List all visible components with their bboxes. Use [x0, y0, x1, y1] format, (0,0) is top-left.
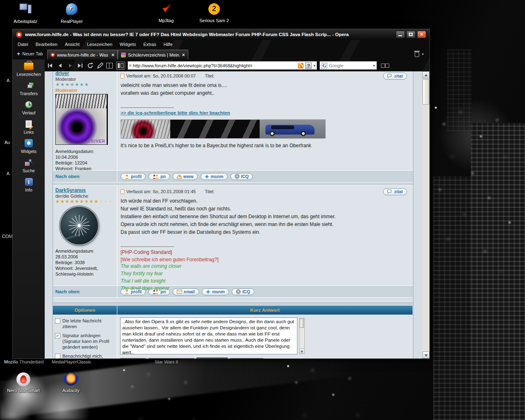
menu-datei[interactable]: Datei	[18, 42, 28, 47]
signature-link-forenbeitrag[interactable]: [Wie schreibe ich einen guten Forenbeitr…	[121, 257, 410, 262]
address-url[interactable]: http://www.forum-hilfe.de/viewtopic.php?…	[133, 63, 297, 68]
menu-bearbeiten[interactable]: Bearbeiten	[36, 42, 57, 47]
option-attach-signature[interactable]: ✔ Signatur anhängen (Signatur kann im Pr…	[55, 333, 115, 350]
note-pencil-button[interactable]	[96, 62, 104, 69]
icq-button[interactable]: ICQ	[231, 173, 253, 180]
help-button[interactable]: ?	[305, 62, 312, 69]
reply-textarea[interactable]: ..Also für den Opera 9.xx gibt es sehr n…	[120, 317, 297, 354]
desktop-icon-mediaplayer-label[interactable]: MediaPlayerClassic	[52, 359, 91, 364]
signature-text: It's nice to be a Preiß,it's higher to b…	[121, 143, 410, 148]
nach-oben-link[interactable]: Nach oben	[55, 289, 80, 294]
quote-selection-button[interactable]: Auswahl zitieren	[149, 358, 194, 358]
desktop-icon-arbeitsplatz[interactable]: Arbeitsplatz	[7, 2, 44, 24]
desktop-icon-realplayer[interactable]: RealPlayer	[53, 2, 90, 24]
signature-link[interactable]: >> die icq-schreiberlinge bitte dies hie…	[121, 110, 230, 115]
rank-stars-gold: ★★★★★★★★★	[55, 199, 99, 204]
panel-item-label: Verlauf	[13, 110, 45, 115]
wallpaper-building	[433, 176, 471, 420]
pn-button[interactable]: pn	[148, 173, 170, 180]
tab-schuelerverzeichnis[interactable]: Schülerverzeichnis | Mein... ×	[118, 50, 188, 59]
submit-button[interactable]: Absenden	[230, 358, 264, 358]
panel-item-suche[interactable]: Suche	[13, 158, 45, 173]
rss-icon[interactable]	[298, 63, 304, 68]
checkbox-checked[interactable]: ✔	[55, 333, 60, 338]
desktop-icon-nero[interactable]: Nero StartSmart	[5, 372, 42, 393]
checkbox[interactable]	[55, 318, 60, 324]
tab-forum-hilfe[interactable]: www.forum-hilfe.de - Was ... ×	[47, 50, 118, 59]
desktop-icon-mp3tag[interactable]: Mp3tag	[148, 2, 185, 23]
fast-forward-button[interactable]	[77, 62, 84, 69]
quote-button[interactable]: zitat	[383, 73, 407, 80]
minimize-button[interactable]	[396, 31, 405, 38]
table-gap-band	[53, 301, 413, 306]
menu-extras[interactable]: Extras	[144, 42, 156, 47]
joined-date: 10.04.2006	[55, 154, 114, 160]
option-quote-last[interactable]: Die letzte Nachricht zitieren	[55, 318, 115, 329]
close-button[interactable]: ×	[417, 31, 426, 38]
panel-item-verlauf[interactable]: Verlauf	[13, 100, 45, 115]
trash-dropdown-caret-icon[interactable]: ▾	[422, 52, 424, 56]
scroll-up-button[interactable]	[422, 71, 429, 78]
panel-item-links[interactable]: Links	[13, 119, 45, 135]
speech-bubble-icon	[387, 74, 393, 78]
desktop-icon-serious-sam-2[interactable]: 2 Serious Sam 2	[196, 2, 233, 23]
titlebar[interactable]: www.forum-hilfe.de - Was ist denn nu bes…	[13, 29, 429, 40]
search-box[interactable]: G Google ▾	[320, 61, 377, 70]
www-button[interactable]: www	[173, 173, 198, 180]
smilies-button[interactable]: Smilies	[120, 358, 146, 358]
menu-hilfe[interactable]: Hilfe	[164, 42, 173, 47]
preview-button[interactable]: Vorschau	[197, 358, 227, 358]
textarea-scrollbar[interactable]	[299, 318, 305, 354]
checkbox[interactable]	[55, 354, 60, 358]
panel-item-transfers[interactable]: Transfers	[13, 80, 45, 96]
icq-flower-icon	[235, 174, 240, 179]
username-link[interactable]: DarkSyranus	[55, 187, 114, 193]
quote-button[interactable]: zitat	[383, 188, 407, 195]
window-title: www.forum-hilfe.de - Was ist denn nu bes…	[25, 32, 394, 37]
search-placeholder[interactable]: Google	[329, 63, 371, 68]
desktop-icon-thunderbird-label[interactable]: Mozilla Thunderbird	[4, 359, 43, 364]
address-bar[interactable]: ≡ http://www.forum-hilfe.de/viewtopic.ph…	[128, 61, 317, 70]
reply-header-row: Optionen Kurz Antwort	[53, 306, 413, 315]
username-link[interactable]: driver	[55, 71, 114, 76]
reload-button[interactable]	[87, 62, 94, 69]
panel-item-lesezeichen[interactable]: Lesezeichen	[13, 61, 45, 77]
scroll-down-icon[interactable]	[299, 349, 304, 354]
panel-toggle-button[interactable]	[116, 62, 125, 70]
option-notify-me[interactable]: Benachrichtigt mich, wenn eine Antwort g…	[55, 353, 115, 358]
tab-close-icon[interactable]: ×	[182, 52, 185, 58]
panel-item-info[interactable]: i Info	[13, 177, 45, 192]
fast-back-button[interactable]	[47, 62, 55, 69]
wallpaper-bokeh	[435, 107, 437, 109]
back-button[interactable]	[57, 62, 64, 69]
msnm-button[interactable]: msnm	[201, 173, 228, 180]
page-scrollbar[interactable]	[422, 71, 429, 358]
post-line: Nur weil IE Standard ist, heißt das noch…	[121, 205, 410, 213]
plus-icon: +	[17, 50, 20, 57]
scrollbar-thumb[interactable]	[300, 319, 304, 328]
titel-label: Titel:	[205, 189, 214, 194]
link-view-icon[interactable]	[381, 64, 389, 67]
menu-lesezeichen[interactable]: Lesezeichen	[87, 42, 112, 47]
menu-widgets[interactable]: Widgets	[120, 42, 136, 47]
desktop-icon-starwars-label[interactable]: Star Wars II	[155, 359, 178, 364]
search-dropdown-caret-icon[interactable]: ▾	[373, 64, 375, 68]
wallpaper-building	[471, 123, 525, 420]
scrollbar-thumb[interactable]	[422, 79, 429, 105]
maximize-button[interactable]	[406, 31, 415, 38]
tile-windows-button[interactable]	[106, 62, 114, 69]
nach-oben-link[interactable]: Nach oben	[55, 174, 80, 179]
new-tab-button[interactable]: + Neuer Tab	[13, 50, 47, 59]
scroll-down-button[interactable]	[422, 352, 429, 358]
desktop-icon-audacity[interactable]: Audacity	[52, 372, 89, 393]
panel-item-label: Lesezeichen	[13, 72, 45, 77]
signature-link-php[interactable]: [PHP-Coding Standard]	[121, 249, 410, 255]
close-icon: ×	[418, 32, 426, 37]
menu-ansicht[interactable]: Ansicht	[65, 42, 80, 47]
panel-item-widgets[interactable]: ✱ Widgets	[13, 138, 45, 154]
trash-icon[interactable]	[414, 51, 420, 57]
tab-close-icon[interactable]: ×	[112, 52, 114, 58]
address-dropdown-caret-icon[interactable]: ▾	[313, 64, 315, 68]
forward-button[interactable]	[67, 62, 74, 69]
profil-button[interactable]: profil	[121, 173, 146, 180]
